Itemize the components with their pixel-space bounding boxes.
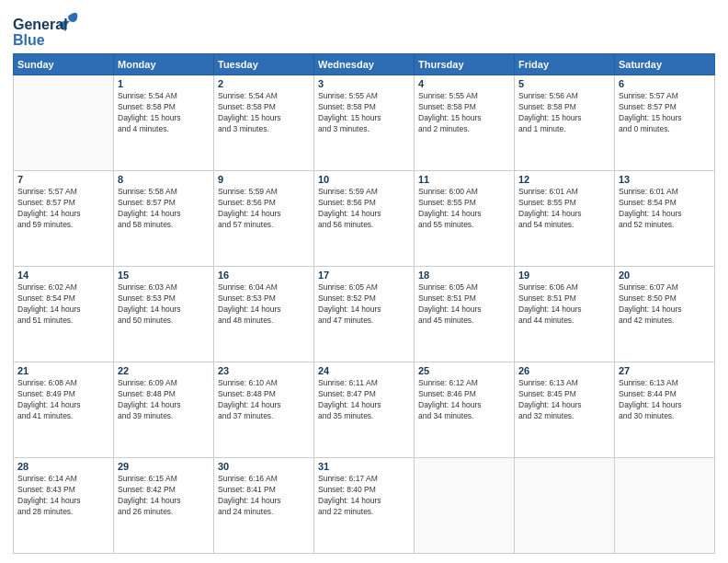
day-detail: Sunrise: 6:11 AM Sunset: 8:47 PM Dayligh… xyxy=(318,378,410,422)
day-number: 6 xyxy=(619,78,711,89)
calendar-header-row: SundayMondayTuesdayWednesdayThursdayFrid… xyxy=(14,54,715,75)
calendar-cell: 1Sunrise: 5:54 AM Sunset: 8:58 PM Daylig… xyxy=(114,75,214,171)
calendar-header-saturday: Saturday xyxy=(615,54,715,75)
calendar-cell: 2Sunrise: 5:54 AM Sunset: 8:58 PM Daylig… xyxy=(214,75,314,171)
calendar-cell: 3Sunrise: 5:55 AM Sunset: 8:58 PM Daylig… xyxy=(314,75,415,171)
calendar-cell: 20Sunrise: 6:07 AM Sunset: 8:50 PM Dayli… xyxy=(615,267,715,362)
day-detail: Sunrise: 6:07 AM Sunset: 8:50 PM Dayligh… xyxy=(619,282,711,327)
day-number: 12 xyxy=(518,174,610,185)
calendar-cell xyxy=(14,75,114,171)
calendar-cell: 15Sunrise: 6:03 AM Sunset: 8:53 PM Dayli… xyxy=(114,267,214,362)
svg-text:Blue: Blue xyxy=(13,32,45,48)
day-number: 30 xyxy=(218,461,310,472)
page-container: GeneralBlue SundayMondayTuesdayWednesday… xyxy=(0,0,728,563)
day-number: 9 xyxy=(218,174,310,185)
calendar-header-wednesday: Wednesday xyxy=(314,54,415,75)
calendar-cell: 26Sunrise: 6:13 AM Sunset: 8:45 PM Dayli… xyxy=(515,362,615,458)
day-detail: Sunrise: 5:59 AM Sunset: 8:56 PM Dayligh… xyxy=(218,187,310,231)
calendar-cell: 6Sunrise: 5:57 AM Sunset: 8:57 PM Daylig… xyxy=(615,75,715,171)
calendar-week-row: 21Sunrise: 6:08 AM Sunset: 8:49 PM Dayli… xyxy=(14,362,715,458)
day-number: 5 xyxy=(518,78,610,89)
day-detail: Sunrise: 6:09 AM Sunset: 8:48 PM Dayligh… xyxy=(118,378,210,422)
day-number: 3 xyxy=(318,78,410,89)
calendar-header-sunday: Sunday xyxy=(14,54,114,75)
calendar-cell: 12Sunrise: 6:01 AM Sunset: 8:55 PM Dayli… xyxy=(515,171,615,267)
day-detail: Sunrise: 5:57 AM Sunset: 8:57 PM Dayligh… xyxy=(619,91,711,135)
day-detail: Sunrise: 6:13 AM Sunset: 8:44 PM Dayligh… xyxy=(619,378,711,422)
day-detail: Sunrise: 5:55 AM Sunset: 8:58 PM Dayligh… xyxy=(418,91,510,135)
day-detail: Sunrise: 6:04 AM Sunset: 8:53 PM Dayligh… xyxy=(218,282,310,327)
calendar-cell: 9Sunrise: 5:59 AM Sunset: 8:56 PM Daylig… xyxy=(214,171,314,267)
day-detail: Sunrise: 6:10 AM Sunset: 8:48 PM Dayligh… xyxy=(218,378,310,422)
day-number: 1 xyxy=(118,78,210,89)
day-number: 2 xyxy=(218,78,310,89)
calendar-header-monday: Monday xyxy=(114,54,214,75)
day-number: 14 xyxy=(17,270,109,281)
calendar-header-tuesday: Tuesday xyxy=(214,54,314,75)
day-detail: Sunrise: 6:08 AM Sunset: 8:49 PM Dayligh… xyxy=(17,378,109,422)
day-detail: Sunrise: 5:56 AM Sunset: 8:58 PM Dayligh… xyxy=(518,91,610,135)
calendar-cell: 23Sunrise: 6:10 AM Sunset: 8:48 PM Dayli… xyxy=(214,362,314,458)
calendar-cell: 5Sunrise: 5:56 AM Sunset: 8:58 PM Daylig… xyxy=(515,75,615,171)
day-detail: Sunrise: 6:12 AM Sunset: 8:46 PM Dayligh… xyxy=(418,378,510,422)
day-detail: Sunrise: 6:05 AM Sunset: 8:52 PM Dayligh… xyxy=(318,282,410,327)
calendar-cell: 16Sunrise: 6:04 AM Sunset: 8:53 PM Dayli… xyxy=(214,267,314,362)
logo-svg: GeneralBlue xyxy=(13,9,86,48)
calendar-cell xyxy=(415,458,515,554)
day-number: 20 xyxy=(619,270,711,281)
calendar-cell: 29Sunrise: 6:15 AM Sunset: 8:42 PM Dayli… xyxy=(114,458,214,554)
day-number: 23 xyxy=(218,365,310,376)
calendar-cell: 27Sunrise: 6:13 AM Sunset: 8:44 PM Dayli… xyxy=(615,362,715,458)
logo: GeneralBlue xyxy=(13,9,86,48)
calendar-cell: 28Sunrise: 6:14 AM Sunset: 8:43 PM Dayli… xyxy=(14,458,114,554)
day-number: 19 xyxy=(518,270,610,281)
day-number: 25 xyxy=(418,365,510,376)
day-number: 8 xyxy=(118,174,210,185)
day-detail: Sunrise: 6:15 AM Sunset: 8:42 PM Dayligh… xyxy=(118,474,210,518)
calendar-cell: 10Sunrise: 5:59 AM Sunset: 8:56 PM Dayli… xyxy=(314,171,415,267)
calendar-cell: 19Sunrise: 6:06 AM Sunset: 8:51 PM Dayli… xyxy=(515,267,615,362)
day-number: 29 xyxy=(118,461,210,472)
calendar-week-row: 7Sunrise: 5:57 AM Sunset: 8:57 PM Daylig… xyxy=(14,171,715,267)
day-number: 26 xyxy=(518,365,610,376)
calendar-cell xyxy=(515,458,615,554)
svg-text:General: General xyxy=(13,17,68,32)
calendar-cell: 11Sunrise: 6:00 AM Sunset: 8:55 PM Dayli… xyxy=(415,171,515,267)
calendar-cell: 7Sunrise: 5:57 AM Sunset: 8:57 PM Daylig… xyxy=(14,171,114,267)
day-number: 13 xyxy=(619,174,711,185)
day-detail: Sunrise: 6:16 AM Sunset: 8:41 PM Dayligh… xyxy=(218,474,310,518)
day-detail: Sunrise: 5:54 AM Sunset: 8:58 PM Dayligh… xyxy=(218,91,310,135)
day-number: 4 xyxy=(418,78,510,89)
header: GeneralBlue xyxy=(13,9,715,48)
day-detail: Sunrise: 5:55 AM Sunset: 8:58 PM Dayligh… xyxy=(318,91,410,135)
calendar-cell: 4Sunrise: 5:55 AM Sunset: 8:58 PM Daylig… xyxy=(415,75,515,171)
calendar-cell: 17Sunrise: 6:05 AM Sunset: 8:52 PM Dayli… xyxy=(314,267,415,362)
calendar-cell: 30Sunrise: 6:16 AM Sunset: 8:41 PM Dayli… xyxy=(214,458,314,554)
calendar-cell xyxy=(615,458,715,554)
calendar-header-thursday: Thursday xyxy=(415,54,515,75)
day-number: 15 xyxy=(118,270,210,281)
calendar-cell: 25Sunrise: 6:12 AM Sunset: 8:46 PM Dayli… xyxy=(415,362,515,458)
day-number: 10 xyxy=(318,174,410,185)
day-number: 11 xyxy=(418,174,510,185)
day-number: 31 xyxy=(318,461,410,472)
calendar-week-row: 1Sunrise: 5:54 AM Sunset: 8:58 PM Daylig… xyxy=(14,75,715,171)
day-number: 27 xyxy=(619,365,711,376)
day-detail: Sunrise: 6:14 AM Sunset: 8:43 PM Dayligh… xyxy=(17,474,109,518)
calendar-cell: 24Sunrise: 6:11 AM Sunset: 8:47 PM Dayli… xyxy=(314,362,415,458)
calendar-cell: 31Sunrise: 6:17 AM Sunset: 8:40 PM Dayli… xyxy=(314,458,415,554)
day-detail: Sunrise: 6:01 AM Sunset: 8:55 PM Dayligh… xyxy=(518,187,610,231)
calendar-week-row: 14Sunrise: 6:02 AM Sunset: 8:54 PM Dayli… xyxy=(14,267,715,362)
day-detail: Sunrise: 6:01 AM Sunset: 8:54 PM Dayligh… xyxy=(619,187,711,231)
day-detail: Sunrise: 6:03 AM Sunset: 8:53 PM Dayligh… xyxy=(118,282,210,327)
day-number: 21 xyxy=(17,365,109,376)
calendar-cell: 8Sunrise: 5:58 AM Sunset: 8:57 PM Daylig… xyxy=(114,171,214,267)
day-detail: Sunrise: 6:17 AM Sunset: 8:40 PM Dayligh… xyxy=(318,474,410,518)
day-number: 17 xyxy=(318,270,410,281)
calendar-cell: 13Sunrise: 6:01 AM Sunset: 8:54 PM Dayli… xyxy=(615,171,715,267)
day-detail: Sunrise: 5:59 AM Sunset: 8:56 PM Dayligh… xyxy=(318,187,410,231)
calendar-cell: 18Sunrise: 6:05 AM Sunset: 8:51 PM Dayli… xyxy=(415,267,515,362)
day-detail: Sunrise: 6:05 AM Sunset: 8:51 PM Dayligh… xyxy=(418,282,510,327)
day-number: 24 xyxy=(318,365,410,376)
calendar-week-row: 28Sunrise: 6:14 AM Sunset: 8:43 PM Dayli… xyxy=(14,458,715,554)
